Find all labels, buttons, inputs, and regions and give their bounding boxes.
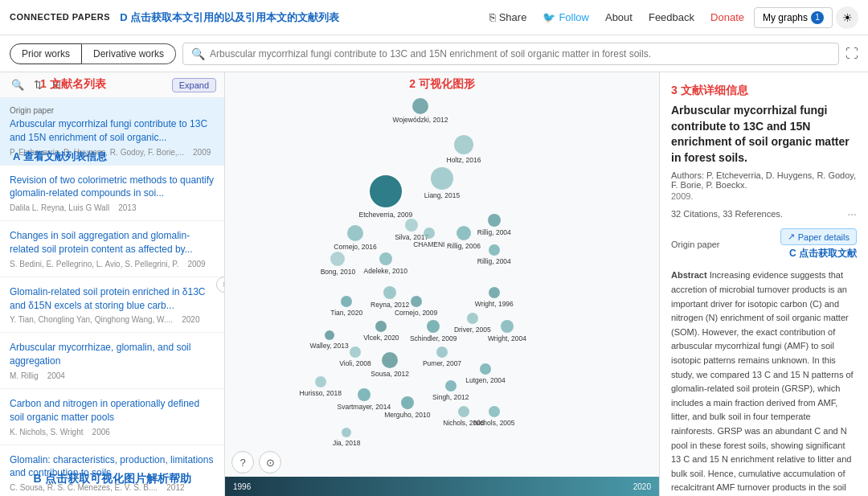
viz-node[interactable]: [341, 296, 352, 307]
viz-node[interactable]: [383, 286, 396, 299]
theme-toggle-button[interactable]: ☀: [836, 6, 858, 29]
node-label: Holtz, 2016: [447, 156, 481, 164]
share-button[interactable]: ⎘ Share: [483, 8, 534, 27]
viz-node[interactable]: [379, 252, 392, 265]
viz-node[interactable]: [431, 167, 453, 190]
node-label: Rillig, 2004: [477, 228, 511, 236]
search-input[interactable]: [210, 48, 830, 59]
viz-node[interactable]: [411, 296, 422, 307]
node-label: Singh, 2012: [432, 393, 469, 401]
timeline-end: 2020: [633, 482, 651, 491]
twitter-icon: 🐦: [542, 11, 555, 23]
viz-node[interactable]: [454, 135, 473, 154]
viz-node[interactable]: [489, 287, 500, 298]
tab-derivative-works[interactable]: Derivative works: [82, 43, 176, 64]
paper-details-button[interactable]: ↗ Paper details: [780, 228, 857, 245]
my-graphs-button[interactable]: My graphs 1: [754, 7, 833, 28]
viz-node[interactable]: [458, 406, 469, 417]
viz-node[interactable]: [489, 406, 500, 417]
node-label: Adeleke, 2010: [364, 267, 407, 275]
paper-item[interactable]: Carbon and nitrogen in operationally def…: [0, 389, 224, 445]
viz-node[interactable]: [412, 98, 428, 114]
fullscreen-icon[interactable]: ⛶: [845, 47, 858, 61]
search-wrapper: 🔍: [182, 43, 839, 65]
node-label: Vlcek, 2020: [363, 334, 399, 342]
search-papers-button[interactable]: 🔍: [8, 77, 27, 92]
follow-button[interactable]: 🐦 Follow: [536, 8, 596, 27]
right-panel-authors: Authors: P. Etcheverria, D. Huygens, R. …: [671, 170, 857, 190]
node-label: Svartmayer, 2014: [337, 403, 391, 411]
donate-button[interactable]: Donate: [704, 8, 751, 27]
viz-node[interactable]: [350, 346, 361, 358]
paper-title: Changes in soil aggregation and glomalin…: [10, 229, 215, 256]
about-button[interactable]: About: [599, 8, 639, 27]
viz-node[interactable]: [358, 388, 371, 401]
paper-title: Glomalin: characteristics, production, l…: [10, 453, 215, 481]
viz-node[interactable]: [330, 252, 345, 266]
paper-meta: M. Rillig 2004: [10, 371, 215, 380]
viz-node[interactable]: [488, 214, 501, 227]
viz-node[interactable]: [457, 226, 471, 240]
node-label: Hurisso, 2018: [300, 389, 342, 397]
viz-node[interactable]: [342, 428, 351, 437]
viz-controls: ? ⊙: [231, 451, 281, 473]
node-label: Wojewódzki, 2012: [393, 116, 448, 124]
feedback-button[interactable]: Feedback: [642, 8, 701, 27]
left-panel-toolbar: 🔍 ⇅ ⊞: [8, 77, 64, 92]
tab-prior-works[interactable]: Prior works: [10, 43, 82, 64]
viz-node[interactable]: [315, 376, 326, 387]
sort-papers-button[interactable]: ⇅: [31, 77, 46, 92]
paper-item[interactable]: Glomalin-related soil protein enriched i…: [0, 277, 224, 334]
logo: CONNECTED PAPERS: [10, 12, 110, 23]
search-icon: 🔍: [191, 47, 205, 60]
right-panel-year: 2009.: [671, 191, 857, 201]
main-layout: 🔍 ⇅ ⊞ Expand 1 文献名列表 A 查看文献列表信息 Origin p…: [0, 72, 868, 496]
tab-group: Prior works Derivative works: [10, 43, 176, 64]
node-label: Merguho, 2010: [384, 411, 430, 419]
paper-title: Carbon and nitrogen in operationally def…: [10, 397, 215, 424]
viz-node[interactable]: [467, 313, 478, 324]
search-row: Prior works Derivative works 🔍 ⛶: [0, 35, 868, 72]
external-link-icon: ↗: [788, 232, 795, 242]
viz-node[interactable]: [436, 346, 448, 358]
viz-node[interactable]: [445, 380, 457, 391]
viz-node[interactable]: [405, 219, 418, 232]
viz-node[interactable]: [424, 228, 435, 239]
annotation-c: C 点击获取文献: [789, 247, 857, 260]
viz-node[interactable]: [368, 174, 403, 209]
node-label: Bong, 2010: [321, 268, 355, 276]
compass-button[interactable]: ⊙: [259, 451, 281, 473]
timeline-start: 1996: [233, 482, 251, 491]
paper-item[interactable]: Changes in soil aggregation and glomalin…: [0, 221, 224, 277]
paper-meta: S. Bedini, E. Pellegrino, L. Avio, S. Pe…: [10, 260, 215, 268]
viz-canvas[interactable]: Holtz, 2016Wojewódzki, 2012Etcheverria, …: [225, 72, 659, 496]
paper-item[interactable]: Origin paperArbuscular mycorrhizal fungi…: [0, 98, 224, 166]
node-label: Liang, 2015: [424, 191, 460, 199]
origin-tag: Origin paper: [671, 240, 720, 249]
node-label: Reyna, 2012: [371, 301, 409, 309]
right-panel-citations: 32 Citations, 33 References. ···: [671, 207, 857, 220]
my-graphs-badge: 1: [811, 11, 824, 24]
center-panel: 2 可视化图形 Holtz, 2016Wojewódzki, 2012Etche…: [225, 72, 659, 496]
viz-node[interactable]: [347, 225, 363, 241]
node-label: Lutgen, 2004: [465, 376, 506, 384]
paper-meta: P. Etcheverria, D. Huygens, R. Godoy, F.…: [10, 148, 215, 157]
expand-button[interactable]: Expand: [172, 78, 216, 92]
paper-title: Arbuscular mycorrhizae, glomalin, and so…: [10, 341, 215, 368]
filter-papers-button[interactable]: ⊞: [49, 77, 64, 92]
paper-item[interactable]: Arbuscular mycorrhizae, glomalin, and so…: [0, 333, 224, 389]
help-button[interactable]: ?: [231, 451, 254, 473]
viz-node[interactable]: [375, 321, 387, 332]
viz-node[interactable]: [427, 320, 440, 333]
paper-item[interactable]: Glomalin: characteristics, production, l…: [0, 445, 224, 496]
viz-node[interactable]: [501, 320, 514, 333]
viz-node[interactable]: [401, 396, 414, 409]
viz-node[interactable]: [382, 352, 398, 368]
node-label: Etcheverria, 2009: [358, 211, 412, 219]
viz-node[interactable]: [480, 363, 491, 375]
viz-node[interactable]: [325, 330, 334, 340]
node-label: Walley, 2013: [309, 342, 348, 350]
viz-node[interactable]: [489, 244, 500, 256]
more-options-button[interactable]: ···: [847, 207, 857, 220]
paper-item[interactable]: Revision of two colorimetric methods to …: [0, 166, 224, 222]
